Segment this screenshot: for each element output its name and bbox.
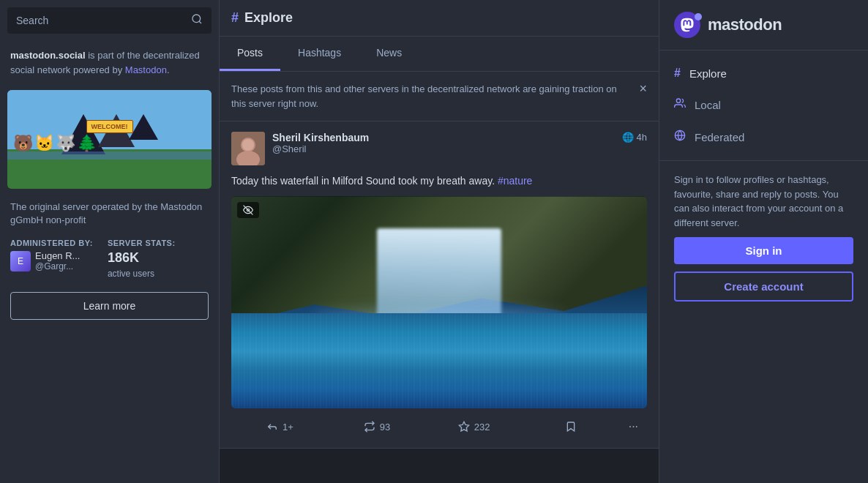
posts-feed: These posts from this and other servers … [220, 72, 659, 483]
search-input[interactable] [16, 15, 185, 26]
server-info: mastodon.social is part of the decentral… [0, 41, 219, 84]
sign-in-description: Sign in to follow profiles or hashtags, … [674, 173, 853, 230]
boost-action[interactable]: 93 [329, 416, 426, 437]
sign-in-section: Sign in to follow profiles or hashtags, … [659, 161, 868, 313]
info-banner-text: These posts from this and other servers … [231, 82, 632, 111]
globe-icon: 🌐 [622, 132, 634, 143]
nav-federated-label: Federated [695, 131, 744, 143]
post-header: Sheril Kirshenbaum @Sheril 🌐 4h [231, 132, 647, 165]
search-bar [7, 7, 212, 34]
admin-avatar: E [10, 251, 31, 272]
info-banner: These posts from this and other servers … [220, 72, 659, 121]
active-users-label: active users [108, 269, 176, 279]
left-sidebar: mastodon.social is part of the decentral… [0, 0, 220, 483]
logo-icon [674, 12, 700, 38]
explore-title: Explore [244, 10, 293, 26]
server-stats-label: SERVER STATS: [108, 239, 176, 247]
post-avatar [231, 132, 265, 165]
stat-number: 186K [108, 250, 176, 266]
server-meta: ADMINISTERED BY: E Eugen R... @Gargr... … [0, 233, 219, 285]
post-author-handle[interactable]: @Sheril [272, 143, 615, 154]
tab-posts[interactable]: Posts [220, 37, 280, 71]
nav-explore[interactable]: # Explore [659, 58, 868, 89]
server-description: The original server operated by the Mast… [0, 195, 219, 233]
server-banner: WELCOME! 🐻 🐱 🐺 🌲 [7, 90, 212, 189]
svg-point-0 [192, 15, 201, 23]
close-info-banner-button[interactable]: × [632, 82, 647, 95]
logo-text: mastodon [708, 15, 782, 34]
tab-bar: Posts Hashtags News [220, 37, 659, 72]
right-sidebar: mastodon # Explore Local [659, 0, 868, 483]
admin-name: Eugen R... [35, 250, 80, 261]
post-author-info: Sheril Kirshenbaum @Sheril [272, 132, 615, 154]
hash-icon: # [231, 10, 239, 26]
reply-action[interactable]: 1+ [231, 416, 329, 437]
tab-hashtags[interactable]: Hashtags [280, 37, 359, 71]
explore-nav-icon: # [674, 67, 681, 80]
post-actions: 1+ 93 232 [231, 416, 647, 438]
nav-local-label: Local [695, 99, 721, 111]
tab-news[interactable]: News [359, 37, 419, 71]
main-content: # Explore Posts Hashtags News These post… [220, 0, 659, 483]
administered-by-label: ADMINISTERED BY: [10, 239, 93, 247]
admin-handle: @Gargr... [35, 261, 80, 272]
post-time: 🌐 4h [622, 132, 647, 143]
admin-info: E Eugen R... @Gargr... [10, 250, 93, 272]
mastodon-logo: mastodon [659, 0, 868, 50]
banner-characters: 🐻 🐱 🐺 🌲 [13, 134, 97, 153]
nav-explore-label: Explore [689, 67, 727, 80]
svg-line-1 [199, 21, 201, 23]
create-account-button[interactable]: Create account [674, 272, 853, 302]
svg-point-9 [676, 99, 680, 102]
mastodon-link[interactable]: Mastodon [125, 64, 167, 75]
server-name: mastodon.social [10, 50, 86, 61]
search-icon [191, 13, 203, 28]
svg-point-5 [242, 139, 254, 151]
post-image[interactable] [231, 196, 647, 408]
svg-marker-8 [459, 422, 468, 432]
nav-federated[interactable]: Federated [659, 121, 868, 153]
local-nav-icon [674, 97, 686, 112]
more-action[interactable]: ··· [620, 416, 647, 438]
federated-nav-icon [674, 130, 686, 144]
nav-items: # Explore Local Feder [659, 50, 868, 161]
favourite-action[interactable]: 232 [425, 416, 523, 437]
nav-local[interactable]: Local [659, 89, 868, 121]
welcome-sign: WELCOME! [86, 120, 133, 133]
bookmark-action[interactable] [523, 416, 620, 437]
post-text: Today this waterfall in Milford Sound to… [231, 173, 647, 189]
post-card: Sheril Kirshenbaum @Sheril 🌐 4h Today th… [220, 121, 659, 449]
post-hashtag[interactable]: #nature [498, 175, 532, 187]
explore-header: # Explore [220, 0, 659, 37]
post-author-name[interactable]: Sheril Kirshenbaum [272, 132, 615, 143]
learn-more-button[interactable]: Learn more [10, 292, 209, 320]
sign-in-button[interactable]: Sign in [674, 237, 853, 264]
sensitivity-label [237, 202, 259, 218]
